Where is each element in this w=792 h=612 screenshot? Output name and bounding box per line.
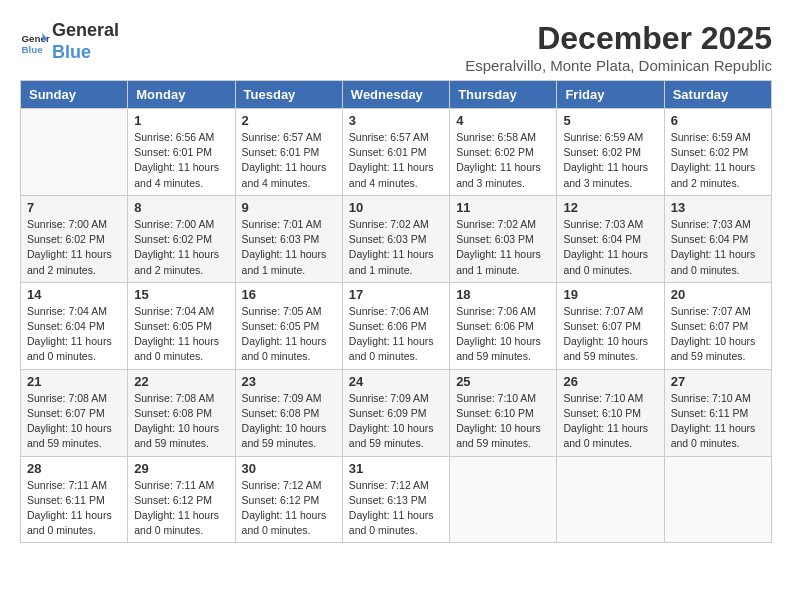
calendar-cell bbox=[21, 109, 128, 196]
day-info: Sunrise: 7:07 AMSunset: 6:07 PMDaylight:… bbox=[671, 304, 765, 365]
day-number: 31 bbox=[349, 461, 443, 476]
title-block: December 2025 Esperalvillo, Monte Plata,… bbox=[465, 20, 772, 74]
calendar-cell: 30Sunrise: 7:12 AMSunset: 6:12 PMDayligh… bbox=[235, 456, 342, 543]
calendar-cell: 3Sunrise: 6:57 AMSunset: 6:01 PMDaylight… bbox=[342, 109, 449, 196]
day-info: Sunrise: 6:57 AMSunset: 6:01 PMDaylight:… bbox=[242, 130, 336, 191]
calendar-cell: 11Sunrise: 7:02 AMSunset: 6:03 PMDayligh… bbox=[450, 195, 557, 282]
day-number: 6 bbox=[671, 113, 765, 128]
calendar-cell: 17Sunrise: 7:06 AMSunset: 6:06 PMDayligh… bbox=[342, 282, 449, 369]
location-title: Esperalvillo, Monte Plata, Dominican Rep… bbox=[465, 57, 772, 74]
day-number: 21 bbox=[27, 374, 121, 389]
day-of-week-header: Wednesday bbox=[342, 81, 449, 109]
day-info: Sunrise: 7:11 AMSunset: 6:11 PMDaylight:… bbox=[27, 478, 121, 539]
calendar-cell: 28Sunrise: 7:11 AMSunset: 6:11 PMDayligh… bbox=[21, 456, 128, 543]
calendar-cell: 6Sunrise: 6:59 AMSunset: 6:02 PMDaylight… bbox=[664, 109, 771, 196]
day-info: Sunrise: 7:02 AMSunset: 6:03 PMDaylight:… bbox=[349, 217, 443, 278]
calendar-cell: 20Sunrise: 7:07 AMSunset: 6:07 PMDayligh… bbox=[664, 282, 771, 369]
day-of-week-header: Thursday bbox=[450, 81, 557, 109]
day-number: 20 bbox=[671, 287, 765, 302]
calendar-cell: 13Sunrise: 7:03 AMSunset: 6:04 PMDayligh… bbox=[664, 195, 771, 282]
page-header: General Blue General Blue December 2025 … bbox=[20, 20, 772, 74]
day-info: Sunrise: 7:07 AMSunset: 6:07 PMDaylight:… bbox=[563, 304, 657, 365]
day-info: Sunrise: 7:11 AMSunset: 6:12 PMDaylight:… bbox=[134, 478, 228, 539]
calendar-cell: 18Sunrise: 7:06 AMSunset: 6:06 PMDayligh… bbox=[450, 282, 557, 369]
calendar-cell: 1Sunrise: 6:56 AMSunset: 6:01 PMDaylight… bbox=[128, 109, 235, 196]
day-number: 1 bbox=[134, 113, 228, 128]
calendar-cell: 19Sunrise: 7:07 AMSunset: 6:07 PMDayligh… bbox=[557, 282, 664, 369]
calendar-cell: 21Sunrise: 7:08 AMSunset: 6:07 PMDayligh… bbox=[21, 369, 128, 456]
calendar-week-row: 1Sunrise: 6:56 AMSunset: 6:01 PMDaylight… bbox=[21, 109, 772, 196]
day-info: Sunrise: 7:09 AMSunset: 6:09 PMDaylight:… bbox=[349, 391, 443, 452]
day-number: 5 bbox=[563, 113, 657, 128]
day-info: Sunrise: 7:10 AMSunset: 6:11 PMDaylight:… bbox=[671, 391, 765, 452]
day-number: 4 bbox=[456, 113, 550, 128]
calendar-cell: 4Sunrise: 6:58 AMSunset: 6:02 PMDaylight… bbox=[450, 109, 557, 196]
day-info: Sunrise: 7:12 AMSunset: 6:12 PMDaylight:… bbox=[242, 478, 336, 539]
day-number: 2 bbox=[242, 113, 336, 128]
calendar-cell: 2Sunrise: 6:57 AMSunset: 6:01 PMDaylight… bbox=[235, 109, 342, 196]
day-number: 24 bbox=[349, 374, 443, 389]
calendar-week-row: 28Sunrise: 7:11 AMSunset: 6:11 PMDayligh… bbox=[21, 456, 772, 543]
calendar-week-row: 7Sunrise: 7:00 AMSunset: 6:02 PMDaylight… bbox=[21, 195, 772, 282]
calendar-cell: 7Sunrise: 7:00 AMSunset: 6:02 PMDaylight… bbox=[21, 195, 128, 282]
calendar-cell: 12Sunrise: 7:03 AMSunset: 6:04 PMDayligh… bbox=[557, 195, 664, 282]
day-number: 12 bbox=[563, 200, 657, 215]
day-number: 22 bbox=[134, 374, 228, 389]
month-title: December 2025 bbox=[465, 20, 772, 57]
day-number: 19 bbox=[563, 287, 657, 302]
day-of-week-header: Sunday bbox=[21, 81, 128, 109]
day-info: Sunrise: 7:06 AMSunset: 6:06 PMDaylight:… bbox=[349, 304, 443, 365]
calendar-header-row: SundayMondayTuesdayWednesdayThursdayFrid… bbox=[21, 81, 772, 109]
day-number: 29 bbox=[134, 461, 228, 476]
day-info: Sunrise: 7:12 AMSunset: 6:13 PMDaylight:… bbox=[349, 478, 443, 539]
day-number: 9 bbox=[242, 200, 336, 215]
day-number: 14 bbox=[27, 287, 121, 302]
calendar-cell: 15Sunrise: 7:04 AMSunset: 6:05 PMDayligh… bbox=[128, 282, 235, 369]
day-info: Sunrise: 7:08 AMSunset: 6:08 PMDaylight:… bbox=[134, 391, 228, 452]
day-info: Sunrise: 6:56 AMSunset: 6:01 PMDaylight:… bbox=[134, 130, 228, 191]
calendar-cell: 16Sunrise: 7:05 AMSunset: 6:05 PMDayligh… bbox=[235, 282, 342, 369]
calendar-cell: 14Sunrise: 7:04 AMSunset: 6:04 PMDayligh… bbox=[21, 282, 128, 369]
day-info: Sunrise: 7:00 AMSunset: 6:02 PMDaylight:… bbox=[134, 217, 228, 278]
calendar-cell: 25Sunrise: 7:10 AMSunset: 6:10 PMDayligh… bbox=[450, 369, 557, 456]
calendar-cell bbox=[557, 456, 664, 543]
day-number: 10 bbox=[349, 200, 443, 215]
day-info: Sunrise: 7:00 AMSunset: 6:02 PMDaylight:… bbox=[27, 217, 121, 278]
calendar-cell: 10Sunrise: 7:02 AMSunset: 6:03 PMDayligh… bbox=[342, 195, 449, 282]
day-of-week-header: Friday bbox=[557, 81, 664, 109]
day-info: Sunrise: 7:04 AMSunset: 6:04 PMDaylight:… bbox=[27, 304, 121, 365]
day-number: 17 bbox=[349, 287, 443, 302]
calendar-cell: 5Sunrise: 6:59 AMSunset: 6:02 PMDaylight… bbox=[557, 109, 664, 196]
day-number: 18 bbox=[456, 287, 550, 302]
logo: General Blue General Blue bbox=[20, 20, 119, 63]
day-number: 8 bbox=[134, 200, 228, 215]
day-number: 11 bbox=[456, 200, 550, 215]
svg-text:Blue: Blue bbox=[22, 43, 44, 54]
day-of-week-header: Saturday bbox=[664, 81, 771, 109]
logo-icon: General Blue bbox=[20, 27, 50, 57]
day-number: 23 bbox=[242, 374, 336, 389]
day-info: Sunrise: 7:01 AMSunset: 6:03 PMDaylight:… bbox=[242, 217, 336, 278]
calendar-cell bbox=[450, 456, 557, 543]
day-number: 7 bbox=[27, 200, 121, 215]
day-info: Sunrise: 6:59 AMSunset: 6:02 PMDaylight:… bbox=[671, 130, 765, 191]
day-info: Sunrise: 7:02 AMSunset: 6:03 PMDaylight:… bbox=[456, 217, 550, 278]
calendar-week-row: 14Sunrise: 7:04 AMSunset: 6:04 PMDayligh… bbox=[21, 282, 772, 369]
day-info: Sunrise: 7:03 AMSunset: 6:04 PMDaylight:… bbox=[671, 217, 765, 278]
logo-text: General Blue bbox=[52, 20, 119, 63]
day-number: 16 bbox=[242, 287, 336, 302]
calendar-cell: 8Sunrise: 7:00 AMSunset: 6:02 PMDaylight… bbox=[128, 195, 235, 282]
day-number: 3 bbox=[349, 113, 443, 128]
day-info: Sunrise: 7:06 AMSunset: 6:06 PMDaylight:… bbox=[456, 304, 550, 365]
calendar-cell: 27Sunrise: 7:10 AMSunset: 6:11 PMDayligh… bbox=[664, 369, 771, 456]
day-number: 30 bbox=[242, 461, 336, 476]
day-info: Sunrise: 6:58 AMSunset: 6:02 PMDaylight:… bbox=[456, 130, 550, 191]
day-info: Sunrise: 6:57 AMSunset: 6:01 PMDaylight:… bbox=[349, 130, 443, 191]
day-number: 13 bbox=[671, 200, 765, 215]
day-info: Sunrise: 7:05 AMSunset: 6:05 PMDaylight:… bbox=[242, 304, 336, 365]
day-info: Sunrise: 7:10 AMSunset: 6:10 PMDaylight:… bbox=[563, 391, 657, 452]
day-info: Sunrise: 6:59 AMSunset: 6:02 PMDaylight:… bbox=[563, 130, 657, 191]
day-info: Sunrise: 7:03 AMSunset: 6:04 PMDaylight:… bbox=[563, 217, 657, 278]
day-info: Sunrise: 7:09 AMSunset: 6:08 PMDaylight:… bbox=[242, 391, 336, 452]
day-of-week-header: Monday bbox=[128, 81, 235, 109]
